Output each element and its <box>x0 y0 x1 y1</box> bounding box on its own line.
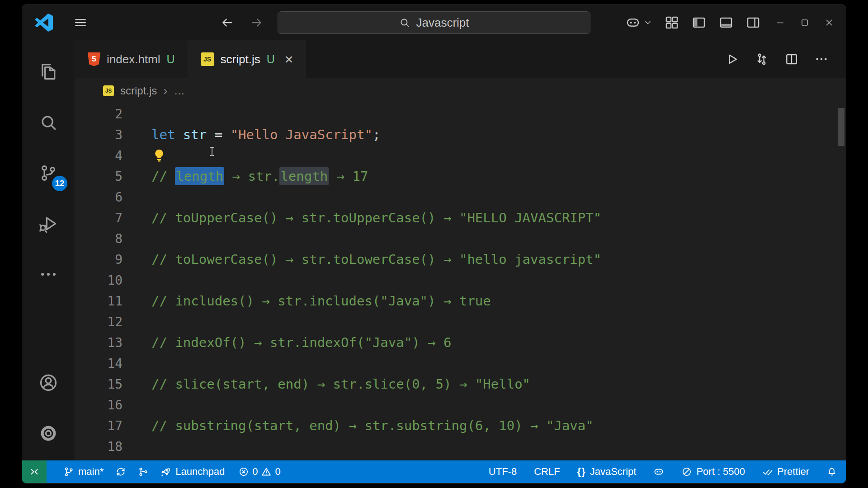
status-git-graph[interactable] <box>132 460 155 483</box>
line-number[interactable]: 15 <box>75 377 123 392</box>
status-git-branch[interactable]: main* <box>57 460 109 483</box>
editor-line[interactable]: 17// substring(start, end) → str.substri… <box>75 415 836 436</box>
copilot-chevron-down-icon[interactable] <box>643 18 652 27</box>
back-arrow-icon[interactable] <box>220 16 234 29</box>
quick-fix-lightbulb-icon[interactable] <box>151 148 167 163</box>
editor-line[interactable]: 14 <box>75 353 836 374</box>
line-number[interactable]: 8 <box>75 231 123 246</box>
status-remote-indicator[interactable] <box>22 460 47 483</box>
line-number[interactable]: 19 <box>75 460 123 461</box>
editor-line[interactable]: 6 <box>75 187 836 207</box>
breadcrumb-file[interactable]: script.js <box>120 84 157 97</box>
activity-bar-top: 12 <box>22 47 75 300</box>
status-eol[interactable]: CRLF <box>525 460 568 483</box>
editor-line[interactable]: 18 <box>75 436 836 457</box>
line-number[interactable]: 7 <box>75 211 123 225</box>
status-label: main* <box>78 466 104 478</box>
line-number[interactable]: 14 <box>75 356 123 371</box>
editor-line[interactable]: 13// indexOf() → str.indexOf("Java") → 6 <box>75 332 836 353</box>
tab-script.js[interactable]: JSscript.jsU× <box>188 40 307 78</box>
activity-item-search[interactable] <box>22 97 75 148</box>
status-live-server-port[interactable]: Port : 5500 <box>673 460 754 483</box>
tab-index.html[interactable]: 5index.htmlU <box>75 40 188 78</box>
status-launchpad[interactable]: Launchpad <box>155 460 231 483</box>
customize-layout-icon[interactable] <box>664 15 679 30</box>
editor-line[interactable]: 9// toLowerCase() → str.toLowerCase() → … <box>75 249 836 270</box>
toggle-secondary-sidebar-icon[interactable] <box>745 15 761 30</box>
editor-group: 5index.htmlUJSscript.jsU× JS script.js ›… <box>75 40 846 460</box>
code-token: // toUpperCase() → str.toUpperCase() → "… <box>151 210 601 225</box>
status-encoding[interactable]: UTF-8 <box>480 460 525 483</box>
status-label: Launchpad <box>175 466 225 478</box>
copilot-icon[interactable] <box>625 15 641 30</box>
editor-line[interactable]: 15// slice(start, end) → str.slice(0, 5)… <box>75 374 836 394</box>
editor-line[interactable]: 12 <box>75 311 836 332</box>
status-prettier[interactable]: Prettier <box>754 460 818 483</box>
split-editor-icon[interactable] <box>784 52 799 66</box>
titlebar: Javascript <box>22 5 846 40</box>
line-number[interactable]: 12 <box>75 314 123 329</box>
editor-line[interactable]: 8 <box>75 228 836 249</box>
editor-line[interactable]: 16 <box>75 394 836 415</box>
activity-item-account[interactable] <box>22 357 75 408</box>
editor-line[interactable]: 2 <box>75 103 836 124</box>
editor-line[interactable]: 11// includes() → str.includes("Java") →… <box>75 291 836 311</box>
status-notifications[interactable] <box>818 460 846 483</box>
line-number[interactable]: 16 <box>75 398 123 413</box>
forward-arrow-icon[interactable] <box>250 16 264 29</box>
code-token: length <box>279 167 329 185</box>
code-editor[interactable]: 23let str = "Hello JavaScript";45// leng… <box>75 103 846 460</box>
breadcrumb[interactable]: JS script.js › … <box>75 78 846 103</box>
status-label: Prettier <box>777 466 809 478</box>
editor-line[interactable]: 10 <box>75 270 836 291</box>
line-number[interactable]: 3 <box>75 127 123 142</box>
close-tab-icon[interactable]: × <box>285 52 293 66</box>
code-token: length <box>175 167 224 185</box>
line-number[interactable]: 17 <box>75 418 123 433</box>
toggle-panel-icon[interactable] <box>718 15 734 30</box>
line-number[interactable]: 11 <box>75 294 123 309</box>
command-center-search[interactable]: Javascript <box>278 11 590 34</box>
maximize-button[interactable] <box>800 18 810 28</box>
error-icon <box>238 466 249 477</box>
more-actions-icon[interactable] <box>814 52 829 66</box>
activity-item-run-debug[interactable] <box>22 198 75 249</box>
git-status-badge: U <box>167 53 175 66</box>
activity-item-source-control[interactable]: 12 <box>22 148 75 198</box>
close-button[interactable] <box>824 18 834 28</box>
code-token <box>175 127 183 142</box>
line-number[interactable]: 9 <box>75 252 123 267</box>
line-number[interactable]: 4 <box>75 148 123 163</box>
line-number[interactable]: 13 <box>75 335 123 350</box>
breadcrumb-more[interactable]: … <box>174 84 185 97</box>
editor-line[interactable]: 19// replace() → str.replace("JavaScript… <box>75 457 836 460</box>
activity-item-more[interactable] <box>22 249 75 300</box>
open-changes-icon[interactable] <box>755 52 769 66</box>
line-number[interactable]: 6 <box>75 190 123 205</box>
activity-item-explorer[interactable] <box>22 47 75 97</box>
editor-actions <box>709 40 846 78</box>
line-number[interactable]: 5 <box>75 169 123 184</box>
status-problems[interactable]: 00 <box>232 460 287 483</box>
status-sync[interactable] <box>109 460 132 483</box>
scrollbar-thumb[interactable] <box>838 108 844 146</box>
run-file-icon[interactable] <box>725 52 739 66</box>
status-language-mode[interactable]: {}JavaScript <box>569 460 645 483</box>
editor-line[interactable]: 5// length → str.length → 17 <box>75 166 836 187</box>
minimize-button[interactable] <box>775 18 785 28</box>
line-number[interactable]: 18 <box>75 439 123 454</box>
code-text: // includes() → str.includes("Java") → t… <box>151 293 491 309</box>
line-number[interactable]: 2 <box>75 107 123 122</box>
activity-bar-bottom <box>22 357 75 459</box>
editor-line[interactable]: 7// toUpperCase() → str.toUpperCase() → … <box>75 207 836 228</box>
activity-item-settings[interactable] <box>22 408 75 459</box>
code-text: let str = "Hello JavaScript"; <box>151 127 380 142</box>
status-copilot[interactable] <box>645 460 673 483</box>
activity-bar: 12 <box>22 40 75 460</box>
line-number[interactable]: 10 <box>75 273 123 288</box>
menu-icon[interactable] <box>73 15 88 30</box>
toggle-primary-sidebar-icon[interactable] <box>691 15 707 30</box>
editor-line[interactable]: 4 <box>75 145 836 166</box>
editor-line[interactable]: 3let str = "Hello JavaScript"; <box>75 124 836 145</box>
run-debug-icon <box>38 214 58 234</box>
